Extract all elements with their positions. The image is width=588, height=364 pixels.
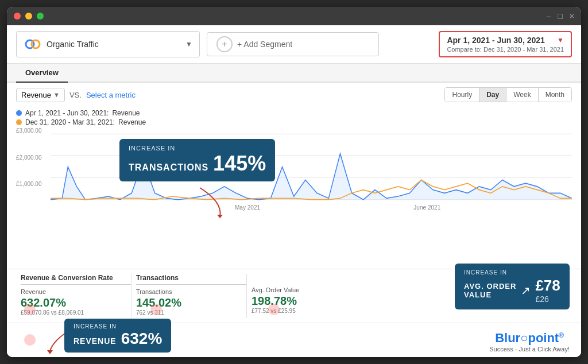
tab-bar: Overview (7, 64, 581, 83)
main-content: Organic Traffic ▼ + + Add Segment Apr 1,… (7, 25, 581, 357)
stats-header-transactions: Transactions (136, 274, 246, 285)
date-range-main: Apr 1, 2021 - Jun 30, 2021 ▼ (447, 36, 564, 45)
time-period-selector: Hourly Day Week Month (444, 87, 572, 102)
legend: Apr 1, 2021 - Jun 30, 2021: Revenue Dec … (7, 107, 581, 127)
callout-avg-order: INCREASE IN AVG. ORDER VALUE ↗ £78 £26 (455, 264, 570, 309)
stats-header-revenue: Revenue & Conversion Rate (21, 274, 131, 285)
callout-transactions: INCREASE IN TRANSACTIONS 145% (119, 139, 275, 181)
stat-revenue-compare: £59,070.86 vs £8,069.01 (21, 309, 131, 316)
date-chevron-icon: ▼ (557, 36, 564, 44)
pink-circle-revenue (24, 304, 36, 315)
branding: Blur○point® Success - Just a Click Away! (489, 331, 570, 353)
titlebar-icons: – □ × (547, 11, 574, 21)
date-range-text: Apr 1, 2021 - Jun 30, 2021 (447, 36, 544, 45)
legend-item-current: Apr 1, 2021 - Jun 30, 2021: Revenue (16, 109, 572, 117)
stats-section-revenue: Revenue & Conversion Rate Revenue 632.07… (16, 269, 131, 323)
date-range-selector[interactable]: Apr 1, 2021 - Jun 30, 2021 ▼ Compare to:… (439, 31, 572, 57)
add-segment-button[interactable]: + + Add Segment (207, 32, 379, 56)
y-label-1000: £1,000.00 (16, 181, 42, 187)
callout-avg-values: £78 £26 (535, 277, 560, 304)
stat-revenue-label: Revenue (21, 288, 131, 295)
callout-avg-label: AVG. ORDER (464, 282, 516, 291)
svg-text:June 2021: June 2021 (413, 203, 440, 211)
y-axis: £3,000.00 £2,000.00 £1,000.00 (16, 127, 42, 219)
chart-area: £3,000.00 £2,000.00 £1,000.00 (7, 127, 581, 269)
legend-item-compare: Dec 31, 2020 - Mar 31, 2021: Revenue (16, 118, 572, 126)
brand-name-part1: Blur (495, 331, 520, 345)
brand-tagline: Success - Just a Click Away! (489, 346, 570, 353)
organic-traffic-svg (24, 35, 42, 53)
stats-section-avg-order: Avg. Order Value 198.78% £77.52 vs £25.9… (247, 269, 362, 323)
brand-name-part2: point (528, 331, 559, 345)
legend-dot-blue (16, 110, 22, 116)
tab-overview[interactable]: Overview (16, 64, 68, 83)
segment-icon (24, 35, 42, 53)
brand-icon: ○ (520, 331, 528, 345)
legend-metric-compare: Revenue (118, 118, 146, 126)
legend-date-compare: Dec 31, 2020 - Mar 31, 2021: (25, 118, 115, 126)
segment-dropdown-icon: ▼ (185, 40, 192, 48)
chart-container: £3,000.00 £2,000.00 £1,000.00 (16, 127, 572, 219)
segment-selector[interactable]: Organic Traffic ▼ (16, 31, 200, 57)
callout-revenue-value: 632% (121, 330, 163, 348)
callout-transactions-title: INCREASE IN (129, 145, 266, 152)
callout-avg-title: INCREASE IN (464, 269, 560, 276)
vs-label: VS. (69, 91, 82, 99)
segment-row: Organic Traffic ▼ + + Add Segment Apr 1,… (7, 25, 581, 64)
metric-label: Revenue (21, 91, 51, 99)
metric-dropdown-icon: ▼ (53, 91, 60, 98)
stat-revenue: Revenue 632.07% £59,070.86 vs £8,069.01 (21, 288, 131, 316)
week-button[interactable]: Week (506, 88, 538, 102)
callout-avg-arrow-icon: ↗ (521, 284, 531, 297)
callout-transactions-label-row: TRANSACTIONS 145% (129, 152, 266, 176)
y-label-3000: £3,000.00 (16, 127, 42, 134)
bottom-row: INCREASE IN REVENUE 632% Blur○point® Suc… (7, 323, 581, 357)
controls-row: Revenue ▼ VS. Select a metric Hourly Day… (7, 83, 581, 107)
stat-transactions-label: Transactions (136, 288, 246, 295)
legend-metric-current: Revenue (112, 109, 140, 117)
add-segment-label: + Add Segment (237, 40, 292, 49)
legend-date-current: Apr 1, 2021 - Jun 30, 2021: (25, 109, 109, 117)
stat-avg-order-value: 198.78% (252, 295, 362, 308)
pink-circle-avg (268, 304, 280, 315)
segment-label: Organic Traffic (47, 40, 181, 49)
callout-avg-main-value: £78 (535, 277, 560, 295)
callout-avg-label2: VALUE (464, 291, 516, 299)
stats-section-transactions: Transactions Transactions 145.02% 762 vs… (131, 269, 246, 323)
svg-text:May 2021: May 2021 (235, 203, 260, 211)
callout-revenue: INCREASE IN REVENUE 632% (64, 319, 171, 353)
callout-transactions-label: TRANSACTIONS (129, 162, 208, 173)
callout-revenue-label-row: REVENUE 632% (74, 330, 162, 348)
svg-marker-10 (47, 350, 53, 354)
callout-avg-sub-value: £26 (535, 295, 560, 304)
compare-label: Compare to: (447, 46, 482, 53)
callout-revenue-title: INCREASE IN (74, 323, 162, 330)
brand-name: Blur○point® (489, 331, 570, 346)
stat-avg-order-label: Avg. Order Value (252, 286, 362, 293)
callout-transactions-value: 145% (213, 152, 266, 176)
pink-circle-transactions (150, 304, 162, 315)
restore-icon[interactable]: □ (558, 11, 562, 21)
hourly-button[interactable]: Hourly (445, 88, 479, 102)
minimize-icon[interactable]: – (547, 11, 551, 21)
callout-avg-row: AVG. ORDER VALUE ↗ £78 £26 (464, 277, 560, 304)
callout-revenue-label: REVENUE (74, 336, 117, 346)
app-window: – □ × Organic Traffic ▼ + + Add Se (7, 7, 581, 357)
maximize-button[interactable] (37, 13, 44, 20)
titlebar: – □ × (7, 7, 581, 25)
month-button[interactable]: Month (539, 88, 571, 102)
metric-selector[interactable]: Revenue ▼ (16, 88, 65, 102)
stats-row: Revenue & Conversion Rate Revenue 632.07… (7, 269, 581, 323)
svg-point-1 (32, 40, 40, 48)
legend-dot-orange (16, 119, 22, 125)
close-icon[interactable]: × (570, 11, 574, 21)
compare-range: Dec 31, 2020 - Mar 31, 2021 (483, 46, 564, 53)
day-button[interactable]: Day (479, 88, 506, 102)
close-button[interactable] (14, 13, 21, 20)
stat-revenue-value: 632.07% (21, 296, 131, 309)
pink-circle-revenue-bottom (24, 334, 36, 346)
minimize-button[interactable] (25, 13, 32, 20)
select-metric-link[interactable]: Select a metric (86, 91, 136, 99)
y-label-2000: £2,000.00 (16, 154, 42, 161)
date-range-compare: Compare to: Dec 31, 2020 - Mar 31, 2021 (447, 46, 564, 53)
